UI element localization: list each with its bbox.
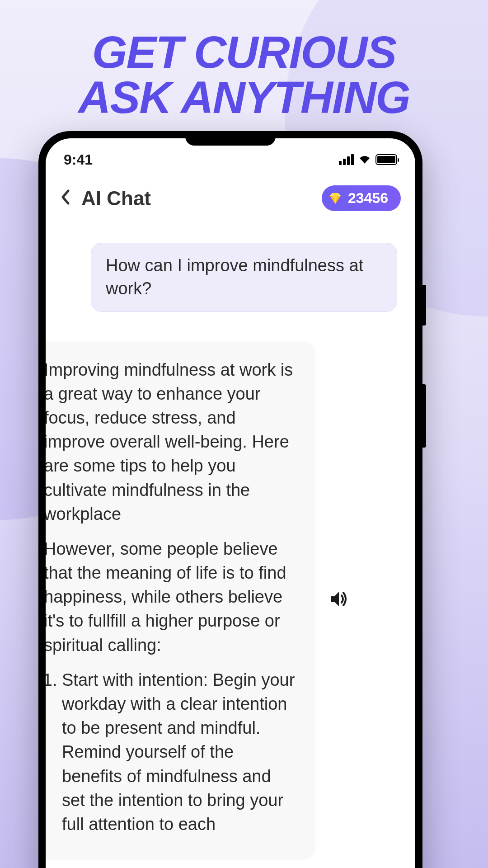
wifi-icon [358,155,371,165]
page-title: AI Chat [81,187,151,210]
battery-icon [375,154,397,165]
assistant-paragraph: Improving mindfulness at work is a great… [46,358,298,526]
phone-mockup-frame: 9:41 AI Chat [38,131,422,868]
list-item: Start with intention: Begin your workday… [62,668,298,836]
header-left: AI Chat [60,187,151,210]
diamond-icon [328,191,343,206]
credits-button[interactable]: 23456 [322,185,401,211]
phone-side-button [422,384,426,448]
chat-area: How can I improve mindfulness at work? I… [46,220,415,858]
status-icons [339,154,397,165]
signal-icon [339,154,354,165]
assistant-paragraph: However, some people believe that the me… [46,537,298,657]
speaker-button[interactable] [327,588,349,612]
credits-value: 23456 [348,190,388,207]
status-time: 9:41 [64,151,93,168]
assistant-message: Improving mindfulness at work is a great… [46,342,314,859]
speaker-icon [327,588,349,610]
phone-screen: 9:41 AI Chat [46,138,415,868]
user-message: How can I improve mindfulness at work? [91,243,397,312]
app-header: AI Chat 23456 [46,171,415,220]
assistant-list: Start with intention: Begin your workday… [46,668,298,836]
phone-side-button [422,285,426,326]
back-button[interactable] [60,189,70,208]
marketing-headline: GET CURIOUS ASK ANYTHING [0,0,488,120]
headline-line-1: GET CURIOUS [0,29,488,75]
headline-line-2: ASK ANYTHING [0,75,488,120]
phone-notch [185,131,276,146]
assistant-message-row: Improving mindfulness at work is a great… [46,342,402,859]
